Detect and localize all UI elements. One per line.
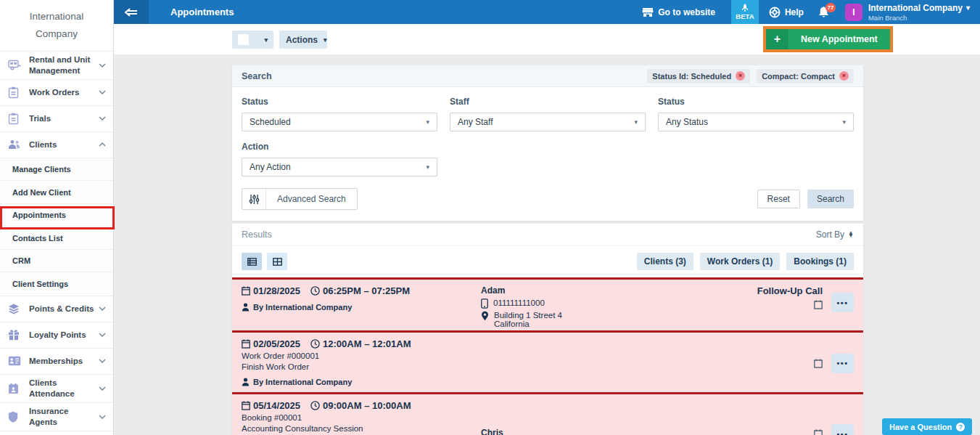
sidebar-item-clients[interactable]: Clients [0, 132, 113, 158]
beta-button[interactable]: BETA [731, 0, 759, 24]
staff-select[interactable]: Any Staff ▾ [450, 113, 646, 131]
appointment-row[interactable]: 02/05/2025 12:00AM – 12:01AM Work Order … [232, 330, 863, 392]
sidebar-item-contacts-list[interactable]: Contacts List [0, 227, 113, 250]
clipboard-icon [8, 113, 22, 125]
mini-calendar-icon[interactable] [814, 429, 823, 435]
sort-arrows-icon: ▲▼ [848, 232, 854, 238]
toolbar-strip: ▾ Actions ▾ + New Appointment [114, 24, 980, 54]
sidebar-item-memberships[interactable]: Memberships [0, 349, 113, 375]
logo-line-2: Company [36, 25, 78, 43]
account-branch: Main Branch [868, 14, 970, 22]
help-link[interactable]: Help [769, 7, 804, 18]
close-icon[interactable]: × [736, 71, 745, 81]
status-select-value: Scheduled [250, 117, 291, 127]
address-line-2: California [494, 320, 562, 328]
have-a-question-button[interactable]: Have a Question ? [882, 418, 972, 435]
booking-title: Accounting Consultancy Session [242, 424, 481, 433]
mini-calendar-icon[interactable] [814, 300, 823, 309]
tab-clients[interactable]: Clients (3) [637, 253, 693, 270]
sidebar-item-crm[interactable]: CRM [0, 250, 113, 273]
sidebar-item-insurance-agents[interactable]: Insurance Agents [0, 403, 113, 431]
sidebar-item-manage-clients[interactable]: Manage Clients [0, 158, 113, 182]
chevron-down-icon: ▾ [426, 118, 429, 126]
contact-address: Building 1 Street 4 California [494, 311, 562, 328]
clock-icon [310, 401, 320, 410]
staff-field: Staff Any Staff ▾ [450, 97, 646, 131]
chip-label: Compact: Compact [762, 72, 835, 81]
account-menu[interactable]: International Company ▾ Main Branch [868, 3, 970, 22]
sidebar-item-client-settings[interactable]: Client Settings [0, 272, 113, 296]
select-all-dropdown[interactable]: ▾ [232, 31, 273, 49]
have-a-question-label: Have a Question [889, 423, 952, 431]
list-view-toggle[interactable] [242, 253, 262, 270]
mini-calendar-icon[interactable] [814, 359, 823, 368]
calendar-icon [242, 401, 250, 410]
work-order-number: Work Order #000001 [242, 351, 481, 360]
grid-view-toggle[interactable] [267, 253, 287, 270]
contact-name: Adam [481, 285, 757, 296]
sidebar-item-add-new-client[interactable]: Add New Client [0, 181, 113, 204]
close-icon[interactable]: × [839, 71, 849, 81]
clock-icon [310, 339, 320, 349]
clock-icon [310, 286, 320, 296]
page-title: Appointments [170, 7, 234, 17]
search-panel: Search Status Id: Scheduled × Compact: C… [232, 65, 863, 221]
advanced-search-label: Advanced Search [266, 189, 357, 209]
sidebar-item-rental-unit-management[interactable]: Rental and Unit Management [0, 52, 113, 80]
actions-dropdown[interactable]: Actions ▾ [279, 31, 327, 49]
row-menu-button[interactable]: ••• [831, 424, 854, 435]
avatar-letter: I [852, 7, 855, 17]
gift-icon [8, 329, 22, 341]
layers-icon [8, 304, 22, 314]
notifications-button[interactable]: 77 [818, 6, 829, 18]
sidebar-item-label: Clients Attendance [29, 378, 99, 399]
appointment-row[interactable]: 05/14/2025 09:00AM – 10:00AM Booking #00… [232, 392, 863, 435]
sidebar-item-points-credits[interactable]: Points & Credits [0, 296, 113, 322]
appointment-row[interactable]: 01/28/2025 06:25PM – 07:25PM By Internat… [232, 277, 863, 330]
search-button[interactable]: Search [807, 190, 854, 208]
tab-work-orders[interactable]: Work Orders (1) [700, 253, 780, 270]
sidebar-item-appointments[interactable]: Appointments [0, 204, 113, 227]
results-title: Results [242, 229, 272, 240]
created-by: By International Company [253, 378, 352, 386]
collapse-sidebar-button[interactable] [114, 0, 149, 24]
action-select[interactable]: Any Action ▾ [242, 158, 437, 176]
row-menu-button[interactable]: ••• [831, 354, 854, 373]
go-to-website-link[interactable]: Go to website [642, 7, 715, 17]
appointment-date: 05/14/2025 [253, 400, 300, 411]
tab-bookings[interactable]: Bookings (1) [786, 253, 854, 270]
top-bar: Appointments Go to website BETA Help 77 … [114, 0, 980, 24]
checkbox[interactable] [238, 34, 249, 45]
advanced-search-button[interactable]: Advanced Search [242, 188, 358, 210]
booking-number: Booking #00001 [242, 413, 481, 422]
sidebar-item-loyalty-points[interactable]: Loyalty Points [0, 322, 113, 349]
contact-phone: 011111111000 [493, 298, 545, 307]
appointment-action-title: Follow-Up Call [757, 285, 823, 296]
results-header: Results Sort By ▲▼ [232, 224, 863, 246]
clipboard-icon [8, 86, 22, 99]
person-icon [242, 378, 250, 386]
sidebar-item-clients-attendance[interactable]: Clients Attendance [0, 375, 113, 403]
sort-by-control[interactable]: Sort By ▲▼ [816, 229, 854, 240]
status-field: Status Scheduled ▾ [242, 97, 437, 131]
new-appointment-label: New Appointment [788, 34, 890, 44]
sidebar-item-work-orders[interactable]: Work Orders [0, 80, 113, 106]
storefront-icon [642, 7, 654, 17]
notification-count-badge: 77 [825, 3, 836, 12]
attendance-calendar-icon [8, 383, 22, 394]
sub-item-label: Client Settings [12, 280, 68, 288]
row-menu-button[interactable]: ••• [831, 293, 854, 312]
results-toolbar: Clients (3) Work Orders (1) Bookings (1) [232, 246, 863, 277]
status-select[interactable]: Scheduled ▾ [242, 113, 437, 131]
clients-icon [8, 139, 22, 150]
sidebar-item-label: Loyalty Points [29, 330, 99, 341]
status2-select[interactable]: Any Status ▾ [658, 113, 854, 131]
sidebar-item-label: Trials [29, 113, 99, 124]
shield-icon [8, 411, 22, 423]
reset-button[interactable]: Reset [757, 190, 800, 208]
new-appointment-button[interactable]: + New Appointment [766, 29, 890, 49]
help-label: Help [785, 7, 804, 17]
sidebar-item-label: Points & Credits [29, 304, 99, 314]
avatar[interactable]: I [845, 4, 862, 21]
sidebar-item-trials[interactable]: Trials [0, 106, 113, 132]
